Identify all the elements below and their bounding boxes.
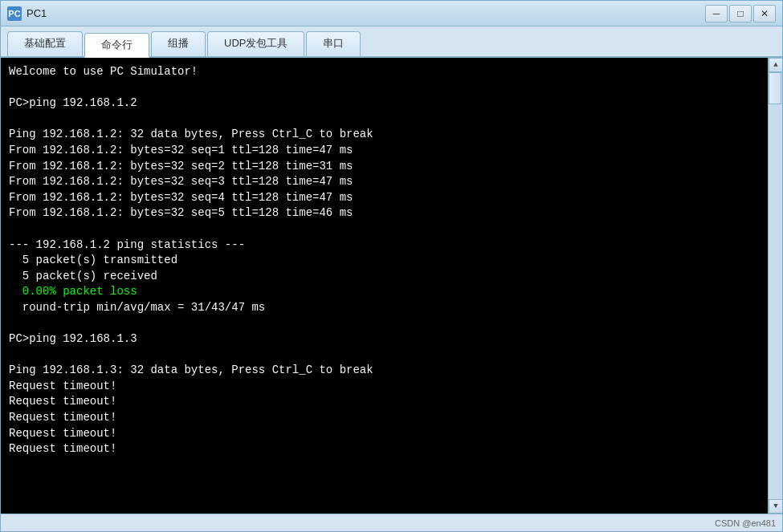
scroll-up-button[interactable]: ▲ (769, 58, 782, 72)
status-bar: CSDN @en481 (1, 514, 782, 531)
window-title: PC1 (27, 7, 705, 19)
close-button[interactable]: ✕ (753, 5, 776, 22)
tab-multicast[interactable]: 组播 (151, 31, 206, 56)
maximize-button[interactable]: □ (729, 5, 752, 22)
title-bar-buttons: ─ □ ✕ (705, 5, 776, 22)
tab-bar: 基础配置 命令行 组播 UDP发包工具 串口 (1, 26, 782, 58)
window-icon: PC (7, 6, 22, 21)
scrollbar: ▲ ▼ (768, 58, 782, 514)
terminal-output[interactable]: Welcome to use PC Simulator! PC>ping 192… (1, 58, 768, 514)
title-bar: PC PC1 ─ □ ✕ (1, 1, 782, 26)
status-text: CSDN @en481 (715, 518, 776, 528)
scroll-thumb[interactable] (769, 72, 781, 104)
tab-basic-config[interactable]: 基础配置 (7, 31, 83, 56)
tab-command-line[interactable]: 命令行 (84, 33, 149, 58)
tab-udp-tool[interactable]: UDP发包工具 (207, 31, 304, 56)
content-area: Welcome to use PC Simulator! PC>ping 192… (1, 58, 782, 514)
scroll-down-button[interactable]: ▼ (769, 499, 782, 514)
main-window: PC PC1 ─ □ ✕ 基础配置 命令行 组播 UDP发包工具 串口 Welc… (0, 0, 783, 532)
tab-serial[interactable]: 串口 (306, 31, 361, 56)
scroll-track (769, 72, 782, 499)
minimize-button[interactable]: ─ (705, 5, 728, 22)
